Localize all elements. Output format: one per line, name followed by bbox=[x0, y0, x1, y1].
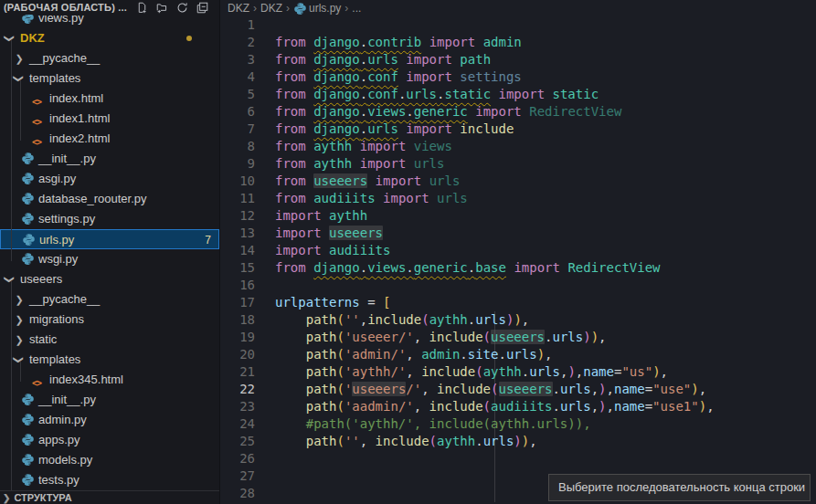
code-line-11[interactable]: 11from audiiits import urls bbox=[220, 190, 816, 207]
code-line-8[interactable]: 8from aythh import views bbox=[220, 138, 816, 155]
tree-folder-migrations[interactable]: ❯migrations bbox=[0, 310, 219, 330]
tree-item-label: useeers bbox=[20, 269, 62, 289]
editor-pane[interactable]: DKZ›DKZ›urls.py›... 12from django.contri… bbox=[219, 0, 816, 504]
new-file-icon[interactable] bbox=[136, 2, 148, 14]
breadcrumb-separator-icon: › bbox=[286, 2, 290, 15]
code-text: import aythh bbox=[275, 207, 367, 225]
tree-file--init-py[interactable]: __init__.py bbox=[0, 149, 219, 169]
chevron-right-icon[interactable]: ❯ bbox=[15, 330, 24, 350]
tree-file-urls-py[interactable]: urls.py7 bbox=[0, 229, 219, 249]
chevron-down-icon[interactable]: ❯ bbox=[0, 275, 20, 284]
explorer-section-header[interactable]: (РАБОЧАЯ ОБЛАСТЬ) ... bbox=[0, 0, 219, 15]
chevron-right-icon[interactable]: ❯ bbox=[15, 310, 24, 330]
tree-folder-useeers[interactable]: ❯useeers bbox=[0, 269, 219, 289]
code-line-3[interactable]: 3from django.urls import path bbox=[220, 51, 816, 68]
tree-file-tests-py[interactable]: tests.py bbox=[0, 470, 219, 490]
tree-file-models-py[interactable]: models.py bbox=[0, 450, 219, 470]
code-line-25[interactable]: 25 path('', include(aythh.urls)), bbox=[220, 433, 816, 450]
chevron-right-icon[interactable]: ❯ bbox=[15, 289, 24, 310]
tree-file-wsgi-py[interactable]: wsgi.py bbox=[0, 249, 219, 269]
code-line-18[interactable]: 18 path('',include(aythh.urls)), bbox=[220, 311, 816, 329]
tree-folder-dkz[interactable]: ❯DKZ bbox=[0, 28, 219, 48]
code-text: path('useeer/', include(useeers.urls)), bbox=[275, 329, 607, 346]
line-number: 18 bbox=[224, 311, 255, 329]
line-number: 14 bbox=[224, 242, 255, 259]
tree-item-label: index2.html bbox=[49, 129, 110, 149]
code-text: from django.conf import settings bbox=[275, 68, 522, 86]
code-line-24[interactable]: 24 #path('aythh/', include(aythh.urls)), bbox=[220, 415, 816, 433]
breadcrumb-item[interactable]: DKZ bbox=[260, 2, 282, 15]
tree-file-admin-py[interactable]: admin.py bbox=[0, 410, 219, 430]
code-line-12[interactable]: 12import aythh bbox=[220, 207, 816, 225]
code-line-26[interactable]: 26 bbox=[220, 450, 816, 467]
code-text: from django.conf.urls.static import stat… bbox=[275, 86, 599, 103]
python-file-icon bbox=[21, 453, 35, 467]
line-number: 13 bbox=[224, 225, 255, 242]
chevron-right-icon: ❯ bbox=[3, 493, 10, 503]
code-line-16[interactable]: 16 bbox=[220, 277, 816, 294]
tree-item-label: urls.py bbox=[39, 230, 74, 250]
chevron-down-icon[interactable]: ❯ bbox=[9, 74, 29, 83]
line-number: 23 bbox=[224, 398, 255, 415]
breadcrumb-item[interactable]: DKZ bbox=[228, 2, 249, 15]
tree-file--init-py[interactable]: __init__.py bbox=[0, 390, 219, 410]
breadcrumb-item[interactable]: urls.py bbox=[309, 2, 341, 15]
code-text: #path('aythh/', include(aythh.urls)), bbox=[275, 415, 591, 433]
code-line-17[interactable]: 17urlpatterns = [ bbox=[220, 294, 816, 311]
code-text: path('aadmin/', include(audiiits.urls,),… bbox=[275, 398, 715, 415]
tree-file-index345-html[interactable]: <>index345.html bbox=[0, 370, 219, 390]
breadcrumb[interactable]: DKZ›DKZ›urls.py›... bbox=[228, 0, 361, 16]
code-line-4[interactable]: 4from django.conf import settings bbox=[220, 68, 816, 86]
tree-folder--pycache-[interactable]: ❯__pycache__ bbox=[0, 289, 219, 310]
code-text: from django.urls import include bbox=[275, 121, 514, 138]
code-line-7[interactable]: 7from django.urls import include bbox=[220, 121, 816, 138]
chevron-down-icon[interactable]: ❯ bbox=[9, 355, 29, 364]
code-line-6[interactable]: 6from django.views.generic import Redire… bbox=[220, 103, 816, 121]
tree-file-database-roouter-py[interactable]: database_roouter.py bbox=[0, 189, 219, 209]
tree-file-index1-html[interactable]: <>index1.html bbox=[0, 109, 219, 129]
code-line-10[interactable]: 10from useeers import urls bbox=[220, 173, 816, 190]
code-text: from aythh import urls bbox=[275, 155, 444, 173]
workspace-title: (РАБОЧАЯ ОБЛАСТЬ) ... bbox=[0, 2, 127, 13]
tree-indent-guide bbox=[11, 281, 12, 490]
outline-section-header[interactable]: ❯СТРУКТУРА bbox=[0, 490, 219, 504]
code-line-21[interactable]: 21 path('aythh/', include(aythh.urls,),n… bbox=[220, 363, 816, 381]
tree-folder-templates[interactable]: ❯templates bbox=[0, 350, 219, 370]
code-line-13[interactable]: 13import useeers bbox=[220, 225, 816, 242]
tree-folder-templates[interactable]: ❯templates bbox=[0, 68, 219, 89]
new-folder-icon[interactable] bbox=[156, 2, 168, 14]
code-line-14[interactable]: 14import audiiits bbox=[220, 242, 816, 259]
problems-count-badge: 7 bbox=[205, 230, 211, 250]
explorer-sidebar: views.py❯DKZ❯__pycache__❯templates<>inde… bbox=[0, 0, 219, 504]
code-line-5[interactable]: 5from django.conf.urls.static import sta… bbox=[220, 86, 816, 103]
code-line-1[interactable]: 1 bbox=[220, 16, 816, 34]
code-text: path('aythh/', include(aythh.urls,),name… bbox=[275, 363, 668, 381]
html-file-icon: <> bbox=[32, 112, 46, 126]
tree-folder--pycache-[interactable]: ❯__pycache__ bbox=[0, 48, 219, 68]
chevron-right-icon[interactable]: ❯ bbox=[15, 48, 24, 68]
code-line-9[interactable]: 9from aythh import urls bbox=[220, 155, 816, 173]
tree-folder-static[interactable]: ❯static bbox=[0, 330, 219, 350]
code-line-2[interactable]: 2from django.contrib import admin bbox=[220, 34, 816, 51]
chevron-down-icon[interactable]: ❯ bbox=[0, 34, 20, 43]
tree-file-index2-html[interactable]: <>index2.html bbox=[0, 129, 219, 149]
breadcrumb-item[interactable]: ... bbox=[352, 2, 361, 15]
code-line-23[interactable]: 23 path('aadmin/', include(audiiits.urls… bbox=[220, 398, 816, 415]
tree-item-label: settings.py bbox=[38, 209, 95, 229]
code-line-19[interactable]: 19 path('useeer/', include(useeers.urls)… bbox=[220, 329, 816, 346]
code-line-15[interactable]: 15from django.views.generic.base import … bbox=[220, 259, 816, 277]
line-number: 28 bbox=[224, 485, 255, 502]
python-file-icon bbox=[21, 413, 35, 426]
tree-file-asgi-py[interactable]: asgi.py bbox=[0, 169, 219, 189]
tree-indent-guide bbox=[20, 362, 21, 382]
collapse-all-icon[interactable] bbox=[196, 2, 208, 14]
code-line-22[interactable]: 22 path('useeers/', include(useeers.urls… bbox=[220, 381, 816, 398]
python-file-icon bbox=[22, 233, 36, 247]
tree-file-apps-py[interactable]: apps.py bbox=[0, 430, 219, 450]
tree-file-index-html[interactable]: <>index.html bbox=[0, 89, 219, 109]
code-line-20[interactable]: 20 path('admin/', admin.site.urls), bbox=[220, 346, 816, 363]
line-number: 27 bbox=[224, 467, 255, 485]
tree-file-settings-py[interactable]: settings.py bbox=[0, 209, 219, 229]
refresh-icon[interactable] bbox=[176, 2, 188, 14]
line-number: 2 bbox=[224, 34, 255, 51]
